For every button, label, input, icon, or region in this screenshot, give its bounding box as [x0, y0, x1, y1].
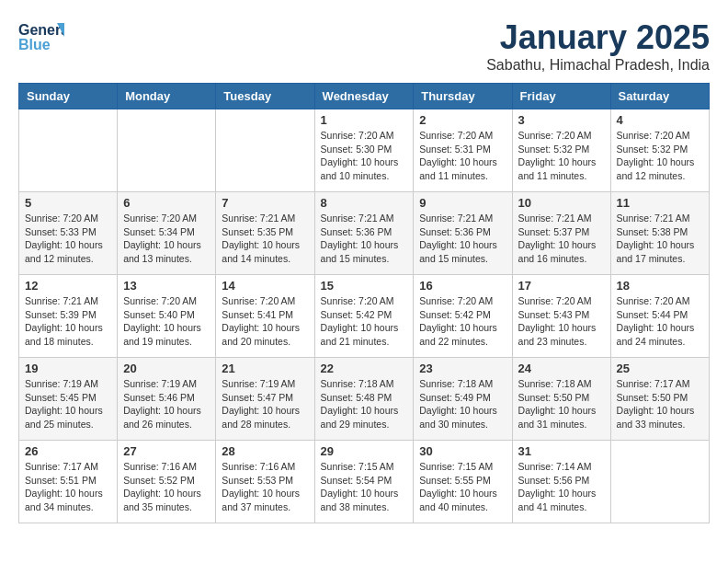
calendar-cell: 18Sunrise: 7:20 AM Sunset: 5:44 PM Dayli… — [610, 275, 709, 358]
calendar-cell — [216, 109, 314, 192]
day-number: 24 — [518, 362, 605, 375]
day-info: Sunrise: 7:17 AM Sunset: 5:50 PM Dayligh… — [617, 377, 703, 431]
day-number: 10 — [518, 196, 605, 210]
day-info: Sunrise: 7:19 AM Sunset: 5:45 PM Dayligh… — [25, 377, 111, 431]
day-info: Sunrise: 7:15 AM Sunset: 5:54 PM Dayligh… — [321, 460, 408, 514]
page-header: General Blue January 2025 Sabathu, Himac… — [18, 18, 710, 74]
day-info: Sunrise: 7:16 AM Sunset: 5:53 PM Dayligh… — [222, 460, 308, 514]
calendar-cell: 15Sunrise: 7:20 AM Sunset: 5:42 PM Dayli… — [314, 275, 414, 358]
calendar-cell: 2Sunrise: 7:20 AM Sunset: 5:31 PM Daylig… — [414, 109, 512, 192]
calendar-cell — [610, 441, 709, 523]
logo: General Blue — [18, 18, 64, 55]
calendar-cell: 3Sunrise: 7:20 AM Sunset: 5:32 PM Daylig… — [512, 109, 610, 192]
svg-text:General: General — [18, 22, 64, 38]
day-number: 20 — [123, 362, 210, 375]
day-info: Sunrise: 7:19 AM Sunset: 5:47 PM Dayligh… — [222, 377, 308, 431]
column-header-friday: Friday — [512, 84, 610, 109]
day-number: 21 — [222, 362, 308, 375]
day-number: 19 — [25, 362, 111, 375]
calendar-cell: 28Sunrise: 7:16 AM Sunset: 5:53 PM Dayli… — [216, 441, 314, 523]
calendar-cell: 27Sunrise: 7:16 AM Sunset: 5:52 PM Dayli… — [118, 441, 216, 523]
calendar-cell: 9Sunrise: 7:21 AM Sunset: 5:36 PM Daylig… — [414, 192, 512, 275]
calendar-cell: 1Sunrise: 7:20 AM Sunset: 5:30 PM Daylig… — [314, 109, 414, 192]
day-number: 28 — [222, 444, 308, 458]
day-number: 22 — [321, 362, 408, 375]
column-header-monday: Monday — [118, 84, 216, 109]
day-info: Sunrise: 7:20 AM Sunset: 5:30 PM Dayligh… — [321, 129, 408, 183]
day-number: 11 — [617, 196, 703, 210]
day-info: Sunrise: 7:20 AM Sunset: 5:41 PM Dayligh… — [222, 294, 308, 349]
day-number: 26 — [25, 444, 111, 458]
day-number: 4 — [617, 113, 703, 127]
day-info: Sunrise: 7:20 AM Sunset: 5:42 PM Dayligh… — [321, 294, 408, 349]
day-info: Sunrise: 7:20 AM Sunset: 5:32 PM Dayligh… — [617, 129, 703, 183]
calendar-cell — [19, 109, 118, 192]
calendar-cell: 23Sunrise: 7:18 AM Sunset: 5:49 PM Dayli… — [414, 358, 512, 441]
month-title: January 2025 — [486, 18, 710, 57]
week-row-2: 5Sunrise: 7:20 AM Sunset: 5:33 PM Daylig… — [19, 192, 710, 275]
day-info: Sunrise: 7:21 AM Sunset: 5:35 PM Dayligh… — [222, 212, 308, 266]
calendar-cell: 10Sunrise: 7:21 AM Sunset: 5:37 PM Dayli… — [512, 192, 610, 275]
day-info: Sunrise: 7:17 AM Sunset: 5:51 PM Dayligh… — [25, 460, 111, 514]
day-info: Sunrise: 7:20 AM Sunset: 5:34 PM Dayligh… — [123, 212, 210, 266]
day-info: Sunrise: 7:21 AM Sunset: 5:37 PM Dayligh… — [518, 212, 605, 266]
calendar-cell: 13Sunrise: 7:20 AM Sunset: 5:40 PM Dayli… — [118, 275, 216, 358]
location-subtitle: Sabathu, Himachal Pradesh, India — [486, 57, 710, 74]
logo-icon: General Blue — [18, 18, 64, 55]
day-info: Sunrise: 7:14 AM Sunset: 5:56 PM Dayligh… — [518, 460, 605, 514]
calendar-cell: 17Sunrise: 7:20 AM Sunset: 5:43 PM Dayli… — [512, 275, 610, 358]
day-info: Sunrise: 7:20 AM Sunset: 5:43 PM Dayligh… — [518, 294, 605, 349]
day-info: Sunrise: 7:21 AM Sunset: 5:39 PM Dayligh… — [25, 294, 111, 349]
week-row-5: 26Sunrise: 7:17 AM Sunset: 5:51 PM Dayli… — [19, 441, 710, 523]
day-number: 25 — [617, 362, 703, 375]
calendar-cell: 6Sunrise: 7:20 AM Sunset: 5:34 PM Daylig… — [118, 192, 216, 275]
day-info: Sunrise: 7:18 AM Sunset: 5:48 PM Dayligh… — [321, 377, 408, 431]
day-info: Sunrise: 7:20 AM Sunset: 5:33 PM Dayligh… — [25, 212, 111, 266]
calendar-cell: 21Sunrise: 7:19 AM Sunset: 5:47 PM Dayli… — [216, 358, 314, 441]
calendar-cell: 14Sunrise: 7:20 AM Sunset: 5:41 PM Dayli… — [216, 275, 314, 358]
day-number: 15 — [321, 279, 408, 293]
week-row-1: 1Sunrise: 7:20 AM Sunset: 5:30 PM Daylig… — [19, 109, 710, 192]
day-number: 31 — [518, 444, 605, 458]
title-section: January 2025 Sabathu, Himachal Pradesh, … — [486, 18, 710, 74]
logo-svg: General Blue — [18, 18, 64, 55]
calendar-cell: 4Sunrise: 7:20 AM Sunset: 5:32 PM Daylig… — [610, 109, 709, 192]
day-info: Sunrise: 7:19 AM Sunset: 5:46 PM Dayligh… — [123, 377, 210, 431]
week-row-3: 12Sunrise: 7:21 AM Sunset: 5:39 PM Dayli… — [19, 275, 710, 358]
calendar-cell: 5Sunrise: 7:20 AM Sunset: 5:33 PM Daylig… — [19, 192, 118, 275]
calendar-cell: 7Sunrise: 7:21 AM Sunset: 5:35 PM Daylig… — [216, 192, 314, 275]
column-header-wednesday: Wednesday — [314, 84, 414, 109]
calendar-cell — [118, 109, 216, 192]
day-number: 14 — [222, 279, 308, 293]
column-header-thursday: Thursday — [414, 84, 512, 109]
calendar-cell: 26Sunrise: 7:17 AM Sunset: 5:51 PM Dayli… — [19, 441, 118, 523]
day-number: 5 — [25, 196, 111, 210]
day-number: 3 — [518, 113, 605, 127]
day-number: 30 — [419, 444, 506, 458]
calendar-cell: 31Sunrise: 7:14 AM Sunset: 5:56 PM Dayli… — [512, 441, 610, 523]
day-info: Sunrise: 7:20 AM Sunset: 5:32 PM Dayligh… — [518, 129, 605, 183]
calendar-cell: 24Sunrise: 7:18 AM Sunset: 5:50 PM Dayli… — [512, 358, 610, 441]
calendar-cell: 12Sunrise: 7:21 AM Sunset: 5:39 PM Dayli… — [19, 275, 118, 358]
calendar-cell: 22Sunrise: 7:18 AM Sunset: 5:48 PM Dayli… — [314, 358, 414, 441]
calendar-cell: 16Sunrise: 7:20 AM Sunset: 5:42 PM Dayli… — [414, 275, 512, 358]
day-number: 27 — [123, 444, 210, 458]
day-info: Sunrise: 7:15 AM Sunset: 5:55 PM Dayligh… — [419, 460, 506, 514]
day-number: 9 — [419, 196, 506, 210]
day-info: Sunrise: 7:18 AM Sunset: 5:50 PM Dayligh… — [518, 377, 605, 431]
svg-text:Blue: Blue — [18, 37, 51, 52]
day-number: 7 — [222, 196, 308, 210]
day-info: Sunrise: 7:21 AM Sunset: 5:36 PM Dayligh… — [419, 212, 506, 266]
day-number: 17 — [518, 279, 605, 293]
calendar-cell: 11Sunrise: 7:21 AM Sunset: 5:38 PM Dayli… — [610, 192, 709, 275]
day-number: 16 — [419, 279, 506, 293]
day-number: 6 — [123, 196, 210, 210]
day-number: 18 — [617, 279, 703, 293]
calendar-cell: 30Sunrise: 7:15 AM Sunset: 5:55 PM Dayli… — [414, 441, 512, 523]
day-number: 8 — [321, 196, 408, 210]
calendar-cell: 20Sunrise: 7:19 AM Sunset: 5:46 PM Dayli… — [118, 358, 216, 441]
day-number: 2 — [419, 113, 506, 127]
day-number: 1 — [321, 113, 408, 127]
day-info: Sunrise: 7:18 AM Sunset: 5:49 PM Dayligh… — [419, 377, 506, 431]
day-number: 13 — [123, 279, 210, 293]
